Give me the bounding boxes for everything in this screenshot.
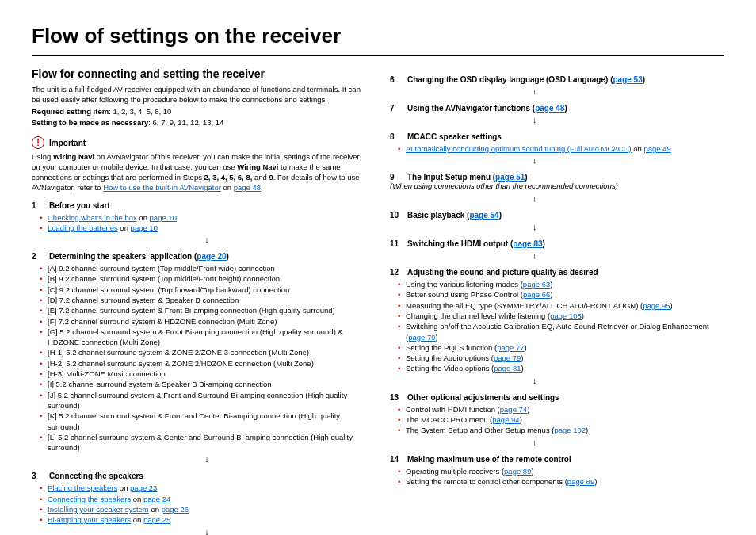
page-link[interactable]: page 66 — [523, 290, 550, 299]
step-2-list: [A] 9.2 channel surround system (Top mid… — [32, 263, 366, 453]
list-item: Checking what's in the box on page 10 — [48, 212, 366, 223]
page-link[interactable]: page 23 — [130, 483, 157, 492]
page-link[interactable]: page 25 — [143, 515, 170, 524]
list-item: [A] 9.2 channel surround system (Top mid… — [48, 263, 366, 273]
list-item: [E] 7.2 channel surround system & Front … — [48, 305, 366, 315]
page-link[interactable]: page 89 — [504, 467, 531, 476]
important-label: Important — [49, 139, 86, 147]
step-8-list: Automatically conducting optimum sound t… — [390, 143, 724, 154]
page-link[interactable]: page 105 — [550, 311, 582, 320]
step-13-list: Control with HDMI function (page 74)The … — [390, 404, 724, 436]
page-link[interactable]: Installing your speaker system — [48, 505, 149, 514]
list-item: Automatically conducting optimum sound t… — [406, 143, 724, 154]
step-3-list: Placing the speakers on page 23Connectin… — [32, 483, 366, 525]
page-link[interactable]: page 10 — [131, 224, 158, 232]
list-item: [K] 5.2 channel surround system & Front … — [48, 411, 366, 432]
page-link[interactable]: page 94 — [492, 415, 519, 424]
page-link[interactable]: page 49 — [643, 144, 670, 153]
step-3-heading: 3 Connecting the speakers — [32, 472, 366, 480]
page-link[interactable]: page 51 — [495, 173, 525, 182]
page-title: Flow of settings on the receiver — [32, 24, 724, 48]
list-item: [H-1] 5.2 channel surround system & ZONE… — [48, 347, 366, 357]
page-link[interactable]: page 10 — [150, 213, 177, 222]
left-column: Flow for connecting and setting the rece… — [32, 67, 366, 535]
down-arrow-icon: ↓ — [533, 155, 724, 165]
step-9-heading: 9 The Input Setup menu (page 51) — [390, 173, 724, 182]
list-item: Connecting the speakers on page 24 — [48, 494, 366, 504]
page-link[interactable]: Automatically conducting optimum sound t… — [406, 144, 632, 153]
page-link[interactable]: Bi-amping your speakers — [48, 515, 131, 524]
avnavigator-link[interactable]: How to use the built-in AVNavigator — [103, 183, 221, 192]
page-link[interactable]: page 79 — [494, 353, 521, 362]
page-link[interactable]: Connecting the speakers — [48, 495, 131, 503]
page-link[interactable]: page 48 — [535, 104, 564, 113]
important-row: ! Important — [32, 136, 366, 149]
list-item: Control with HDMI function (page 74) — [406, 404, 724, 415]
step-13-heading: 13 Other optional adjustments and settin… — [390, 393, 724, 402]
step-10-heading: 10 Basic playback (page 54) — [390, 211, 724, 220]
intro-paragraph: The unit is a full-fledged AV receiver e… — [32, 85, 366, 105]
down-arrow-icon: ↓ — [533, 86, 724, 96]
down-arrow-icon: ↓ — [533, 376, 724, 385]
page-link[interactable]: page 54 — [469, 211, 498, 220]
step-7-heading: 7 Using the AVNavigator functions (page … — [390, 104, 724, 113]
page-link[interactable]: page 24 — [143, 495, 170, 503]
list-item: [G] 5.2 channel surround system & Front … — [48, 327, 366, 348]
page-link[interactable]: Placing the speakers — [48, 483, 117, 492]
required-line: Required setting item: 1, 2, 3, 4, 5, 8,… — [32, 107, 366, 117]
list-item: [J] 5.2 channel surround system & Front … — [48, 390, 366, 411]
step-6-heading: 6 Changing the OSD display language (OSD… — [390, 75, 724, 84]
list-item: Changing the channel level while listeni… — [406, 311, 724, 321]
page-link[interactable]: page 89 — [567, 477, 594, 486]
list-item: Using the various listening modes (page … — [406, 279, 724, 289]
down-arrow-icon: ↓ — [533, 222, 724, 231]
page-link[interactable]: page 63 — [523, 280, 550, 289]
list-item: Measuring the all EQ type (SYMMETRY/ALL … — [406, 300, 724, 311]
page-link[interactable]: page 77 — [497, 343, 524, 352]
list-item: Installing your speaker system on page 2… — [48, 504, 366, 514]
page-link[interactable]: page 79 — [408, 333, 435, 342]
page-link[interactable]: page 83 — [513, 239, 542, 248]
list-item: The System Setup and Other Setup menus (… — [406, 425, 724, 435]
list-item: Placing the speakers on page 23 — [48, 483, 366, 493]
setting-line: Setting to be made as necessary: 6, 7, 9… — [32, 118, 366, 128]
page-link[interactable]: page 81 — [494, 364, 521, 373]
step-14-heading: 14 Making maximum use of the remote cont… — [390, 455, 724, 464]
setting-values: : 6, 7, 9, 11, 12, 13, 14 — [148, 118, 223, 127]
list-item: [L] 5.2 channel surround system & Center… — [48, 432, 366, 453]
page-link[interactable]: page 102 — [554, 426, 586, 434]
list-item: [D] 7.2 channel surround system & Speake… — [48, 295, 366, 305]
page-link[interactable]: page 20 — [197, 252, 226, 261]
step-11-heading: 11 Switching the HDMI output (page 83) — [390, 239, 724, 248]
list-item: Setting the PQLS function (page 77) — [406, 342, 724, 353]
page-link[interactable]: page 74 — [500, 405, 527, 414]
step-1-list: Checking what's in the box on page 10 Lo… — [32, 212, 366, 234]
down-arrow-icon: ↓ — [533, 193, 724, 203]
required-label: Required setting item — [32, 107, 109, 116]
list-item: Setting the Video options (page 81) — [406, 363, 724, 373]
page-link[interactable]: Checking what's in the box — [48, 213, 137, 222]
down-arrow-icon: ↓ — [533, 438, 724, 447]
right-column: 6 Changing the OSD display language (OSD… — [390, 67, 724, 535]
down-arrow-icon: ↓ — [533, 250, 724, 260]
important-body: Using Wiring Navi on AVNavigator of this… — [32, 152, 366, 193]
list-item: Switching on/off the Acoustic Calibratio… — [406, 321, 724, 342]
section-subtitle: Flow for connecting and setting the rece… — [32, 67, 366, 80]
list-item: [F] 7.2 channel surround system & HDZONE… — [48, 316, 366, 327]
required-values: : 1, 2, 3, 4, 5, 8, 10 — [109, 107, 171, 116]
list-item: Operating multiple receivers (page 89) — [406, 466, 724, 476]
page-link[interactable]: page 53 — [613, 75, 642, 84]
list-item: Setting the remote to control other comp… — [406, 476, 724, 487]
page-link[interactable]: page 48 — [234, 183, 261, 192]
page-link[interactable]: Loading the batteries — [48, 224, 118, 232]
title-divider — [32, 55, 724, 56]
two-column-layout: Flow for connecting and setting the rece… — [32, 67, 724, 535]
list-item: [C] 9.2 channel surround system (Top for… — [48, 285, 366, 295]
down-arrow-icon: ↓ — [48, 235, 366, 244]
warning-icon: ! — [32, 136, 44, 149]
page-link[interactable]: page 95 — [643, 301, 670, 310]
list-item: Bi-amping your speakers on page 25 — [48, 514, 366, 525]
down-arrow-icon: ↓ — [48, 454, 366, 464]
page-link[interactable]: page 26 — [162, 505, 189, 514]
list-item: [B] 9.2 channel surround system (Top mid… — [48, 273, 366, 284]
